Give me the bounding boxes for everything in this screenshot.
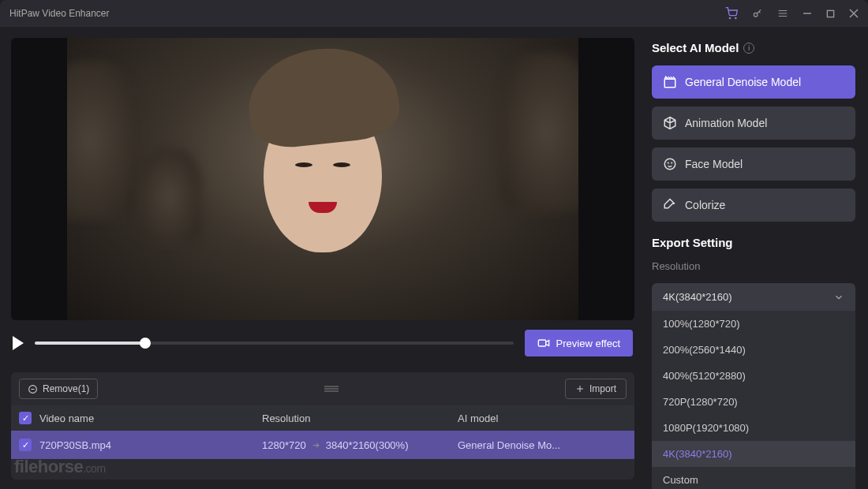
res-option-400[interactable]: 400%(5120*2880) bbox=[652, 363, 855, 389]
maximize-icon[interactable] bbox=[826, 9, 835, 18]
minimize-icon[interactable] bbox=[803, 9, 812, 18]
camera-icon bbox=[537, 337, 550, 349]
model-colorize[interactable]: Colorize bbox=[652, 189, 855, 222]
ai-model-title: Select AI Model i bbox=[652, 41, 855, 54]
player-controls: Preview effect bbox=[11, 328, 634, 364]
col-model-label: AI model bbox=[458, 412, 627, 424]
main-panel: Preview effect Remove(1) Import ✓ Video … bbox=[0, 27, 644, 489]
plus-icon bbox=[575, 384, 585, 394]
row-model: General Denoise Mo... bbox=[458, 439, 627, 451]
titlebar: HitPaw Video Enhancer bbox=[0, 0, 868, 27]
svg-rect-4 bbox=[538, 340, 545, 346]
video-frame bbox=[67, 38, 578, 320]
svg-point-7 bbox=[664, 159, 675, 170]
chevron-down-icon bbox=[833, 292, 844, 303]
svg-point-9 bbox=[672, 162, 672, 163]
model-general-denoise[interactable]: General Denoise Model bbox=[652, 65, 855, 99]
file-name: 720P30SB.mp4 bbox=[39, 439, 111, 451]
res-to: 3840*2160(300%) bbox=[326, 439, 409, 451]
preview-effect-button[interactable]: Preview effect bbox=[525, 330, 633, 356]
table-row[interactable]: ✓ 720P30SB.mp4 1280*720 ➔ 3840*2160(300%… bbox=[11, 431, 634, 459]
svg-point-2 bbox=[754, 13, 758, 17]
clapper-icon bbox=[663, 75, 677, 89]
export-title: Export Setting bbox=[652, 236, 855, 249]
arrow-right-icon: ➔ bbox=[312, 440, 320, 450]
res-from: 1280*720 bbox=[262, 439, 306, 451]
res-option-720p[interactable]: 720P(1280*720) bbox=[652, 389, 855, 415]
cube-icon bbox=[663, 116, 677, 130]
res-option-custom[interactable]: Custom bbox=[652, 467, 855, 489]
preview-label: Preview effect bbox=[556, 338, 620, 349]
cart-icon[interactable] bbox=[725, 7, 738, 20]
svg-point-8 bbox=[668, 162, 668, 163]
resolution-dropdown: 4K(3840*2160) 100%(1280*720) 200%(2560*1… bbox=[652, 283, 855, 489]
queue-toolbar: Remove(1) Import bbox=[11, 372, 634, 405]
paint-icon bbox=[663, 198, 677, 212]
svg-point-0 bbox=[729, 17, 730, 18]
minus-circle-icon bbox=[28, 384, 38, 394]
resolution-label: Resolution bbox=[652, 260, 855, 272]
res-option-100[interactable]: 100%(1280*720) bbox=[652, 311, 855, 337]
res-option-200[interactable]: 200%(2560*1440) bbox=[652, 337, 855, 363]
resolution-options: 100%(1280*720) 200%(2560*1440) 400%(5120… bbox=[652, 311, 855, 489]
model-list: General Denoise Model Animation Model Fa… bbox=[652, 65, 855, 222]
side-panel: Select AI Model i General Denoise Model … bbox=[644, 27, 868, 489]
face-icon bbox=[663, 157, 677, 171]
file-queue: Remove(1) Import ✓ Video name Resolution… bbox=[11, 372, 634, 480]
menu-icon[interactable] bbox=[777, 8, 788, 19]
model-face[interactable]: Face Model bbox=[652, 147, 855, 181]
resolution-select[interactable]: 4K(3840*2160) bbox=[652, 283, 855, 311]
select-all-checkbox[interactable]: ✓ bbox=[19, 412, 32, 424]
res-option-1080p[interactable]: 1080P(1920*1080) bbox=[652, 415, 855, 441]
key-icon[interactable] bbox=[752, 8, 763, 19]
row-checkbox[interactable]: ✓ bbox=[19, 439, 32, 451]
drag-handle-icon[interactable] bbox=[106, 385, 557, 393]
col-name-label: Video name bbox=[39, 412, 94, 424]
col-res-label: Resolution bbox=[262, 412, 451, 424]
window-controls bbox=[725, 7, 859, 20]
model-animation[interactable]: Animation Model bbox=[652, 106, 855, 140]
watermark: filehorse.com bbox=[14, 457, 106, 477]
close-icon[interactable] bbox=[849, 9, 859, 18]
video-preview bbox=[11, 38, 634, 320]
app-title: HitPaw Video Enhancer bbox=[9, 8, 725, 19]
play-button[interactable] bbox=[13, 336, 24, 350]
svg-rect-6 bbox=[664, 79, 675, 88]
queue-header: ✓ Video name Resolution AI model bbox=[11, 405, 634, 431]
seek-bar[interactable] bbox=[35, 342, 514, 345]
res-option-4k[interactable]: 4K(3840*2160) bbox=[652, 441, 855, 467]
svg-point-1 bbox=[735, 17, 736, 18]
info-icon[interactable]: i bbox=[743, 43, 754, 54]
import-button[interactable]: Import bbox=[565, 379, 627, 399]
remove-button[interactable]: Remove(1) bbox=[19, 379, 98, 399]
svg-rect-3 bbox=[827, 10, 833, 17]
